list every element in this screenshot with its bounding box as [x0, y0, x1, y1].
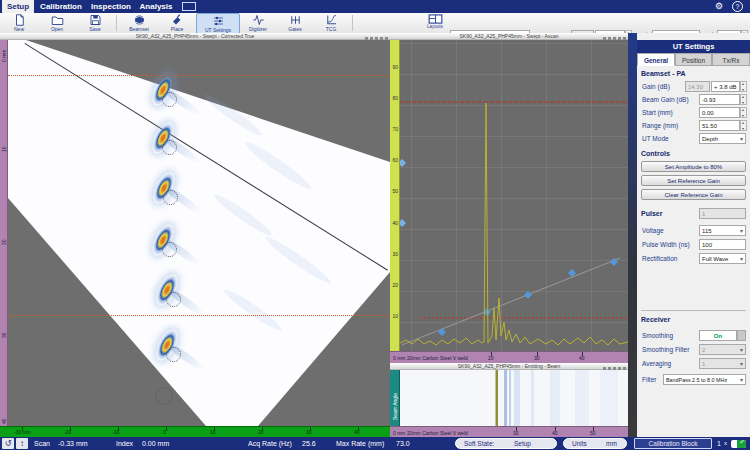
indication-marker-circle	[155, 387, 173, 405]
voltage-select[interactable]: 115	[699, 225, 746, 236]
ascan-amplitude-ruler[interactable]: 90 80 70 60 50 40 30 20 10	[390, 40, 400, 351]
gain-step-field[interactable]: + 3.8 dB	[711, 81, 740, 92]
ascan-title-bar[interactable]: SK90_A32_A25_PHP45mm - Swept - Ascan	[390, 33, 628, 40]
index-value: 0.00 mm	[142, 437, 169, 450]
open-button[interactable]: Open	[40, 13, 74, 32]
digitizer-button[interactable]: Digitizer	[240, 13, 276, 32]
range-label: Range (mm)	[642, 122, 678, 129]
ruler-label: 40	[354, 429, 360, 435]
index-label: Index	[116, 437, 133, 450]
reset-icon[interactable]: ↺	[2, 438, 14, 449]
place-label: Place	[171, 26, 184, 32]
ut-settings-button[interactable]: UT Settings	[196, 13, 240, 34]
material-label: 0 mm 20mm Carbon Steel V weld	[393, 355, 468, 361]
toolbar: New Open Save Beamset Place UT Settings …	[0, 13, 750, 34]
start-field[interactable]: 0.00	[699, 107, 740, 118]
layout-shortcut-icon[interactable]	[182, 2, 196, 11]
units-label: Units	[572, 439, 587, 448]
gain-row-label: Gain (dB)	[642, 83, 670, 90]
sscan-image[interactable]	[8, 40, 390, 426]
beam-plot[interactable]	[400, 370, 628, 426]
beam-gain-label: Beam Gain (dB)	[642, 96, 689, 103]
pulse-width-label: Pulse Width (ns)	[642, 241, 690, 248]
pulser-number-field: 1	[699, 208, 746, 219]
beam-title-bar[interactable]: SK90_A32_A25_PHP45mm - Emitting - Beam	[390, 363, 628, 370]
ascan-plot[interactable]	[400, 40, 628, 351]
pulser-section-heading: Pulser	[641, 210, 662, 217]
save-floppy-icon	[89, 14, 102, 26]
sscan-depth-ruler[interactable]: 0 mm 10 20 30 40	[0, 40, 8, 426]
indication-marker-circle	[162, 92, 177, 107]
ascan-view: SK90_A32_A25_PHP45mm - Swept - Ascan 90 …	[390, 33, 628, 363]
range-spinner[interactable]	[740, 120, 747, 131]
units-pill[interactable]: Units mm	[563, 438, 627, 449]
ruler-label: 30	[1, 332, 7, 338]
gain-spinner[interactable]	[740, 81, 747, 92]
rectification-select[interactable]: Full Wave	[699, 253, 746, 264]
sscan-view: SK90_A32_A25_PHP45mm - Swept - Corrected…	[0, 33, 390, 437]
new-button[interactable]: New	[2, 13, 36, 32]
smoothing-toggle-nub[interactable]	[737, 330, 746, 341]
ruler-label: 30	[513, 430, 519, 436]
soft-state-pill[interactable]: Soft State: Setup	[455, 438, 557, 449]
set-amplitude-button[interactable]: Set Amplitude to 80%	[641, 161, 746, 172]
sscan-gate-a[interactable]	[8, 75, 390, 76]
beam-gain-spinner[interactable]	[740, 94, 747, 105]
ruler-label: 40	[392, 220, 398, 226]
place-button[interactable]: Place	[160, 13, 194, 32]
material-label: 0 mm 20mm Carbon Steel V weld	[393, 430, 468, 436]
menu-setup[interactable]: Setup	[2, 0, 34, 13]
help-icon[interactable]: ?	[732, 1, 743, 12]
sscan-title-bar[interactable]: SK90_A32_A25_PHP45mm - Swept - Corrected…	[0, 33, 390, 40]
beam-indication-streak	[496, 370, 498, 426]
axis-marker	[400, 159, 406, 167]
toolbar-separator	[352, 15, 353, 31]
voltage-label: Voltage	[642, 227, 664, 234]
save-button[interactable]: Save	[78, 13, 112, 32]
ruler-label: 40	[1, 418, 7, 424]
ruler-label: 30	[392, 251, 398, 257]
beam-axis-ruler[interactable]: Beam Angle	[390, 370, 400, 426]
units-value: mm	[606, 439, 617, 448]
start-label: Start (mm)	[642, 109, 673, 116]
tcg-curve-line	[402, 258, 620, 345]
acq-rate-value: 25.6	[302, 437, 316, 450]
sscan-scan-ruler[interactable]: -30 mm -20 -10 0 10 20 30 40	[0, 426, 390, 437]
tab-general[interactable]: General	[637, 53, 675, 66]
set-reference-gain-button[interactable]: Set Reference Gain	[641, 175, 746, 186]
tcg-button[interactable]: TCG	[314, 13, 348, 32]
panel-header: UT Settings	[637, 40, 750, 53]
scan-value: -0.33 mm	[58, 437, 88, 450]
ut-settings-panel: UT Settings General Position Tx/Rx Beams…	[637, 33, 750, 437]
beamset-label: Beamset	[129, 26, 149, 32]
gates-button[interactable]: Gates	[278, 13, 312, 32]
calibration-block-button[interactable]: Calibration Block	[634, 438, 712, 449]
filter-select[interactable]: BandPass 2.5 to 8.0 MHz	[663, 374, 746, 385]
toolbar-separator	[116, 15, 117, 31]
tab-txrx[interactable]: Tx/Rx	[712, 53, 750, 66]
range-field[interactable]: 51.50	[699, 120, 740, 131]
panel-splitter[interactable]	[628, 33, 637, 437]
updown-icon[interactable]: ↕	[16, 438, 28, 449]
indication-marker-circle	[162, 242, 177, 257]
ascan-depth-ruler[interactable]: 0 mm 20mm Carbon Steel V weld 20 30 40	[390, 351, 628, 363]
tcg-point	[524, 291, 532, 299]
layouts-button[interactable]: Layouts	[422, 13, 448, 32]
beamset-section-heading: Beamset - PA	[641, 70, 686, 77]
connection-toggle-icon[interactable]	[731, 440, 746, 448]
ut-mode-select[interactable]: Depth	[699, 133, 746, 144]
start-spinner[interactable]	[740, 107, 747, 118]
gear-icon[interactable]: ⚙	[715, 1, 723, 11]
smoothing-toggle[interactable]: On	[699, 330, 737, 341]
menu-inspection[interactable]: Inspection	[88, 0, 134, 13]
sscan-gate-b[interactable]	[8, 315, 390, 316]
beam-gain-field[interactable]: -0.93	[699, 94, 740, 105]
pulse-width-field[interactable]: 100	[699, 239, 746, 250]
clear-reference-gain-button[interactable]: Clear Reference Gain	[641, 189, 746, 200]
menu-analysis[interactable]: Analysis	[136, 0, 176, 13]
ruler-label: 10	[1, 146, 7, 152]
tab-position[interactable]: Position	[675, 53, 712, 66]
beamset-button[interactable]: Beamset	[120, 13, 158, 32]
menu-calibration[interactable]: Calibration	[36, 0, 86, 13]
ruler-label: 50	[392, 188, 398, 194]
